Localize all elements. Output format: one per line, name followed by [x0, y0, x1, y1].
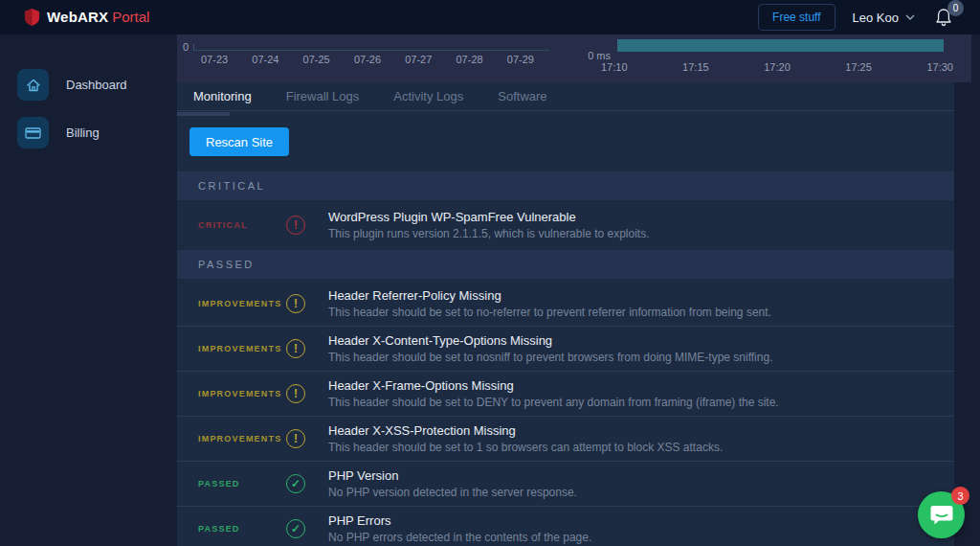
finding-row[interactable]: CRITICAL ! WordPress Plugin WP-SpamFree … [177, 202, 954, 247]
exclamation-circle-icon: ! [286, 429, 305, 448]
finding-text: PHP Version No PHP version detected in t… [328, 468, 577, 499]
section-rows: CRITICAL ! WordPress Plugin WP-SpamFree … [177, 202, 954, 247]
severity-label: IMPROVEMENTS [198, 299, 286, 308]
finding-text: Header Referrer-Policy Missing This head… [328, 288, 771, 319]
check-circle-icon: ✓ [286, 474, 305, 493]
main-panel: Monitoring Firewall Logs Activity Logs S… [177, 82, 954, 546]
shield-logo-icon [25, 9, 39, 26]
finding-row[interactable]: PASSED ✓ PHP Version No PHP version dete… [177, 461, 954, 506]
sidebar-item-dashboard[interactable]: Dashboard [17, 69, 177, 101]
severity-label: PASSED [198, 524, 286, 534]
response-time-area [617, 39, 944, 52]
tab-activity-logs[interactable]: Activity Logs [393, 89, 463, 103]
finding-description: No PHP errors detected in the contents o… [328, 531, 591, 544]
uptime-flat-line [193, 50, 549, 51]
finding-text: WordPress Plugin WP-SpamFree Vulnerable … [328, 210, 650, 240]
tab-monitoring[interactable]: Monitoring [193, 89, 252, 103]
tab-software[interactable]: Software [498, 89, 546, 103]
exclamation-circle-icon: ! [286, 384, 305, 403]
severity-label: PASSED [198, 479, 286, 489]
sidebar-nav: Dashboard Billing [0, 34, 177, 546]
finding-title: Header X-Frame-Options Missing [328, 378, 779, 393]
axis-tick-label: 07-25 [303, 54, 330, 65]
severity-label: IMPROVEMENTS [198, 389, 286, 398]
sidebar-item-label: Billing [66, 125, 100, 140]
exclamation-circle-icon: ! [286, 339, 305, 358]
finding-text: Header X-Frame-Options Missing This head… [328, 378, 779, 409]
finding-description: This header should be set to 1 so browse… [328, 441, 723, 454]
axis-tick-label: 17:30 [926, 61, 953, 73]
response-x-axis: 17:1017:1517:2017:2517:30 [601, 61, 953, 73]
notification-count-badge: 0 [947, 0, 964, 16]
notification-bell[interactable]: 0 [934, 7, 955, 28]
user-menu[interactable]: Leo Koo [853, 11, 915, 25]
credit-card-icon [17, 117, 49, 148]
severity-label: IMPROVEMENTS [198, 344, 286, 353]
section-header: CRITICAL [177, 171, 954, 200]
top-navbar: WebARXPortal Free stuff Leo Koo 0 [0, 0, 980, 34]
severity-label: IMPROVEMENTS [198, 434, 286, 444]
finding-title: WordPress Plugin WP-SpamFree Vulnerable [328, 210, 650, 224]
finding-text: Header X-Content-Type-Options Missing Th… [328, 333, 772, 364]
sidebar-item-billing[interactable]: Billing [17, 117, 177, 148]
chat-launcher-button[interactable]: 3 [918, 491, 965, 538]
axis-tick-label: 07-26 [354, 54, 381, 65]
axis-tick-label: 07-23 [201, 54, 228, 65]
finding-title: Header X-XSS-Protection Missing [328, 423, 723, 438]
rescan-site-button[interactable]: Rescan Site [189, 127, 289, 156]
section-header: PASSED [177, 250, 954, 279]
axis-tick-label: 17:10 [601, 61, 628, 73]
finding-row[interactable]: PASSED ✓ PHP Errors No PHP errors detect… [177, 506, 954, 546]
brand-suffix: Portal [112, 9, 149, 25]
sidebar-item-label: Dashboard [66, 78, 127, 92]
uptime-x-axis: 07-2307-2407-2507-2607-2707-2807-29 [201, 54, 534, 65]
tab-bar: Monitoring Firewall Logs Activity Logs S… [177, 82, 954, 111]
horizontal-scrollbar-thumb[interactable] [177, 112, 230, 116]
chevron-down-icon [905, 14, 915, 20]
home-icon [17, 69, 49, 101]
chat-bubble-icon [930, 505, 953, 526]
axis-tick-label: 07-28 [456, 54, 482, 65]
severity-label: CRITICAL [198, 220, 286, 230]
exclamation-circle-icon: ! [286, 216, 305, 235]
section-rows: IMPROVEMENTS ! Header Referrer-Policy Mi… [177, 281, 954, 546]
axis-tick-label: 17:15 [682, 61, 709, 73]
uptime-y-axis-label: 0 [183, 41, 189, 53]
finding-text: Header X-XSS-Protection Missing This hea… [328, 423, 723, 454]
axis-tick-label: 07-27 [405, 54, 432, 65]
finding-row[interactable]: IMPROVEMENTS ! Header Referrer-Policy Mi… [177, 281, 954, 326]
finding-title: PHP Errors [328, 513, 591, 528]
exclamation-circle-icon: ! [286, 294, 305, 313]
chat-unread-badge: 3 [951, 487, 969, 505]
finding-description: This header should be set to no-referrer… [328, 306, 771, 319]
finding-row[interactable]: IMPROVEMENTS ! Header X-XSS-Protection M… [177, 416, 954, 461]
finding-row[interactable]: IMPROVEMENTS ! Header X-Frame-Options Mi… [177, 371, 954, 416]
finding-description: This header should be set to nosniff to … [328, 351, 772, 364]
finding-title: PHP Version [328, 468, 577, 483]
check-circle-icon: ✓ [286, 519, 305, 538]
response-y-axis-label: 0 ms [558, 50, 611, 61]
axis-tick-label: 17:20 [764, 61, 791, 73]
findings-section: CRITICAL CRITICAL ! WordPress Plugin WP-… [177, 171, 954, 247]
findings-list: CRITICAL CRITICAL ! WordPress Plugin WP-… [177, 171, 954, 546]
finding-description: No PHP version detected in the server re… [328, 486, 577, 499]
axis-tick-label: 07-24 [252, 54, 278, 65]
tab-firewall-logs[interactable]: Firewall Logs [286, 89, 360, 103]
axis-tick-label: 07-29 [507, 54, 534, 65]
axis-tick-label: 17:25 [845, 61, 872, 73]
user-name: Leo Koo [853, 11, 899, 25]
free-stuff-button[interactable]: Free stuff [758, 4, 835, 31]
finding-title: Header X-Content-Type-Options Missing [328, 333, 772, 348]
brand-logo[interactable]: WebARXPortal [25, 9, 149, 26]
finding-description: This header should be set to DENY to pre… [328, 396, 779, 409]
charts-strip: 0 07-2307-2407-2507-2607-2707-2807-29 0 … [177, 34, 971, 82]
findings-section: PASSED IMPROVEMENTS ! Header Referrer-Po… [177, 250, 954, 546]
finding-row[interactable]: IMPROVEMENTS ! Header X-Content-Type-Opt… [177, 326, 954, 371]
finding-description: This plugin runs version 2.1.1.5, which … [328, 227, 650, 240]
brand-name: WebARX [47, 9, 108, 25]
finding-title: Header Referrer-Policy Missing [328, 288, 771, 303]
finding-text: PHP Errors No PHP errors detected in the… [328, 513, 591, 544]
